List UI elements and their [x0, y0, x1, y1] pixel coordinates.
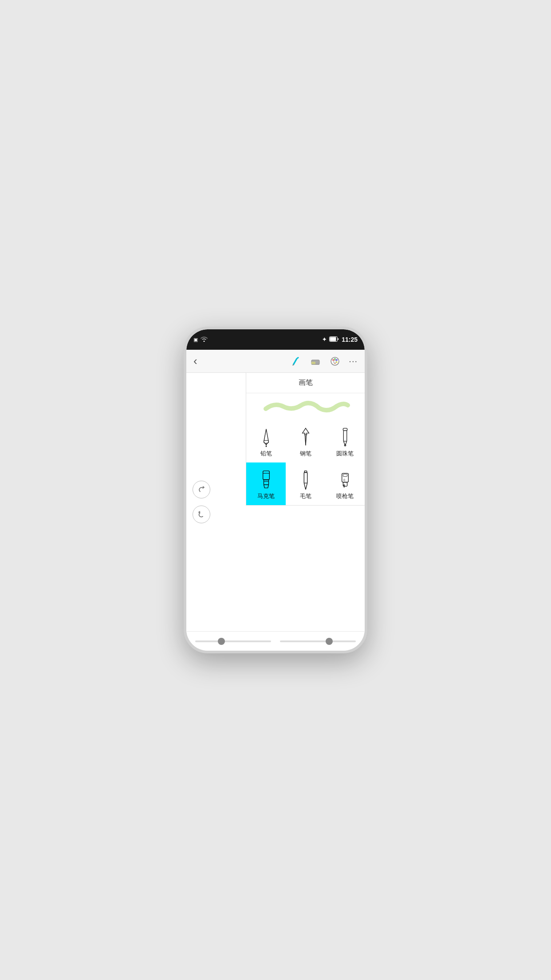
slider-left-track[interactable] — [195, 640, 271, 642]
toolbar-right: ··· — [290, 356, 358, 367]
svg-rect-29 — [343, 474, 347, 477]
brush-label-pencil: 铅笔 — [260, 450, 272, 458]
bottom-sliders — [186, 631, 365, 651]
phone-frame: ▣ ✦ 11:25 — [184, 327, 367, 653]
brush-panel: 画笔 — [246, 373, 365, 506]
brush-item-ballpen[interactable]: 圆珠笔 — [325, 420, 365, 462]
svg-rect-16 — [343, 431, 346, 441]
slider-right-track[interactable] — [280, 640, 356, 642]
svg-point-7 — [335, 358, 336, 360]
brush-tool-icon[interactable] — [290, 356, 302, 367]
svg-point-6 — [333, 359, 335, 361]
slider-right-thumb[interactable] — [326, 638, 333, 645]
svg-rect-27 — [344, 486, 344, 488]
brush-label-marker: 马克笔 — [257, 492, 275, 500]
svg-rect-15 — [343, 428, 347, 431]
wifi-icon — [201, 336, 208, 343]
palette-tool-icon[interactable] — [329, 356, 341, 367]
brush-item-marker[interactable]: 马克笔 — [246, 462, 286, 505]
brush-item-spray[interactable]: 0 喷枪笔 — [325, 462, 365, 505]
svg-rect-3 — [311, 362, 315, 364]
bluetooth-icon: ✦ — [322, 336, 327, 343]
brush-label-ballpen: 圆珠笔 — [336, 450, 354, 458]
side-buttons — [193, 481, 210, 523]
slider-left — [195, 640, 271, 642]
svg-point-13 — [265, 446, 267, 447]
brush-grid: 铅笔 钢笔 — [246, 420, 365, 505]
eraser-tool-icon[interactable] — [310, 356, 321, 367]
brush-label-pen: 钢笔 — [300, 450, 311, 458]
svg-rect-18 — [263, 471, 269, 480]
toolbar: ‹ — [186, 350, 365, 373]
svg-rect-23 — [304, 473, 307, 483]
stroke-preview — [246, 393, 365, 420]
status-left: ▣ — [193, 336, 208, 343]
brush-label-spray: 喷枪笔 — [336, 492, 354, 500]
status-right: ✦ 11:25 — [322, 336, 358, 343]
svg-rect-1 — [330, 337, 336, 341]
status-bar: ▣ ✦ 11:25 — [186, 329, 365, 350]
more-options-icon[interactable]: ··· — [349, 356, 358, 366]
svg-rect-19 — [264, 480, 268, 485]
toolbar-left: ‹ — [193, 354, 197, 368]
sim-icon: ▣ — [193, 337, 198, 343]
undo-button[interactable] — [193, 506, 210, 523]
phone-screen: ▣ ✦ 11:25 — [186, 329, 365, 651]
back-button[interactable]: ‹ — [193, 354, 197, 368]
svg-point-11 — [334, 360, 336, 363]
slider-right — [280, 640, 356, 642]
brush-panel-title: 画笔 — [246, 373, 365, 393]
redo-button[interactable] — [193, 481, 210, 498]
brush-item-pen[interactable]: 钢笔 — [286, 420, 325, 462]
canvas-area: 画笔 — [186, 373, 365, 631]
app-content: ‹ — [186, 350, 365, 651]
svg-rect-24 — [342, 473, 348, 482]
svg-text:0: 0 — [343, 478, 345, 482]
brush-item-brush[interactable]: 毛笔 — [286, 462, 325, 505]
slider-left-thumb[interactable] — [218, 638, 225, 645]
brush-label-brush: 毛笔 — [300, 492, 311, 500]
svg-point-8 — [336, 359, 338, 361]
brush-item-pencil[interactable]: 铅笔 — [246, 420, 286, 462]
battery-icon — [329, 336, 339, 343]
time-display: 11:25 — [342, 336, 358, 343]
